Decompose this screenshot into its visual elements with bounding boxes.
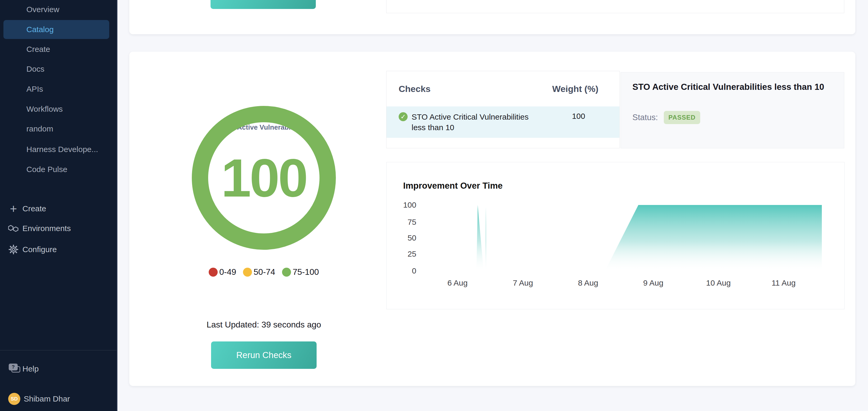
y-axis-tick: 75 xyxy=(387,218,416,227)
sidebar: Overview Catalog Create Docs APIs Workfl… xyxy=(0,0,117,411)
legend-item-high: 75-100 xyxy=(282,267,319,277)
sidebar-item-label: random xyxy=(26,124,53,133)
legend-label: 75-100 xyxy=(292,267,319,277)
sidebar-item-overview[interactable]: Overview xyxy=(0,0,117,19)
hexagons-icon xyxy=(8,223,19,234)
legend-dot-red xyxy=(209,268,218,277)
x-axis-tick: 11 Aug xyxy=(771,278,796,287)
x-axis-tick: 8 Aug xyxy=(578,278,598,287)
x-axis-tick: 6 Aug xyxy=(447,278,468,287)
score-legend: 0-49 50-74 75-100 xyxy=(158,267,369,277)
legend-label: 50-74 xyxy=(253,267,275,277)
sidebar-action-label: Configure xyxy=(23,245,57,254)
sidebar-item-catalog[interactable]: Catalog xyxy=(3,20,109,39)
help-label: Help xyxy=(23,364,39,373)
previous-scorecard-card xyxy=(129,0,855,34)
sidebar-item-harness-developer[interactable]: Harness Develope... xyxy=(0,140,117,159)
sidebar-item-label: Harness Develope... xyxy=(26,145,98,154)
sidebar-action-create[interactable]: + Create xyxy=(0,199,117,218)
sidebar-item-label: APIs xyxy=(26,84,43,94)
checks-table-header: Checks Weight (%) xyxy=(386,71,619,106)
legend-label: 0-49 xyxy=(219,267,236,277)
sidebar-item-docs[interactable]: Docs xyxy=(0,60,117,78)
check-name: STO Active Critical Vulnerabilities less… xyxy=(411,112,535,133)
legend-item-mid: 50-74 xyxy=(243,267,275,277)
plus-icon: + xyxy=(8,203,19,214)
sidebar-item-code-pulse[interactable]: Code Pulse xyxy=(0,160,117,179)
scorecard-card: STO Active Vulnerabilities 100 0-49 50-7… xyxy=(129,52,855,386)
y-axis-tick: 50 xyxy=(387,233,416,242)
sidebar-item-create[interactable]: Create xyxy=(0,40,117,59)
rerun-checks-button[interactable]: Rerun Checks xyxy=(211,341,317,369)
score-gauge: 100 xyxy=(192,106,336,250)
previous-rerun-checks-button[interactable] xyxy=(211,0,316,9)
gear-icon xyxy=(8,244,19,255)
score-value: 100 xyxy=(221,147,307,209)
status-row: Status: PASSED xyxy=(632,111,700,124)
table-row[interactable]: ✓ STO Active Critical Vulnerabilities le… xyxy=(386,106,619,138)
y-axis-tick: 0 xyxy=(387,266,416,275)
improvement-chart-panel: Improvement Over Time 100 75 50 25 0 6 A… xyxy=(386,162,844,309)
check-passed-icon: ✓ xyxy=(399,112,408,121)
x-axis-tick: 7 Aug xyxy=(513,278,533,287)
sidebar-action-label: Create xyxy=(23,204,46,213)
y-axis-tick: 100 xyxy=(387,201,416,209)
sidebar-item-label: Create xyxy=(26,45,50,54)
status-label: Status: xyxy=(632,113,658,122)
checks-column-header: Checks xyxy=(399,84,431,94)
sidebar-divider xyxy=(0,350,117,350)
legend-dot-green xyxy=(282,268,291,277)
sidebar-item-label: Overview xyxy=(26,5,59,14)
user-menu[interactable]: SD Shibam Dhar xyxy=(0,389,117,408)
sidebar-item-apis[interactable]: APIs xyxy=(0,79,117,99)
x-axis-tick: 9 Aug xyxy=(643,278,663,287)
user-name: Shibam Dhar xyxy=(24,395,70,403)
sidebar-action-configure[interactable]: Configure xyxy=(0,240,117,259)
sidebar-action-label: Environments xyxy=(23,224,71,233)
avatar: SD xyxy=(8,393,20,405)
checks-table: Checks Weight (%) ✓ STO Active Critical … xyxy=(386,71,620,148)
sidebar-item-label: Code Pulse xyxy=(26,165,67,174)
check-detail-title: STO Active Critical Vulnerabilities less… xyxy=(632,82,838,92)
legend-dot-yellow xyxy=(243,268,252,277)
sidebar-help[interactable]: ? Help xyxy=(0,359,117,378)
sidebar-item-label: Workflows xyxy=(26,105,63,113)
check-weight: 100 xyxy=(572,112,619,121)
area-series xyxy=(476,205,822,271)
legend-item-low: 0-49 xyxy=(209,267,236,277)
sidebar-action-environments[interactable]: Environments xyxy=(0,219,117,238)
last-updated-text: Last Updated: 39 seconds ago xyxy=(158,320,369,330)
sidebar-item-label: Catalog xyxy=(26,25,54,34)
help-chat-icon: ? xyxy=(9,364,20,374)
chart-title: Improvement Over Time xyxy=(403,181,503,191)
x-axis-tick: 10 Aug xyxy=(706,278,731,287)
y-axis-tick: 25 xyxy=(387,249,416,259)
status-badge: PASSED xyxy=(664,111,701,124)
weight-column-header: Weight (%) xyxy=(552,84,598,94)
previous-checks-table-bottom xyxy=(386,0,844,13)
area-chart xyxy=(425,205,826,271)
sidebar-item-random[interactable]: random xyxy=(0,119,117,138)
check-detail-panel: STO Active Critical Vulnerabilities less… xyxy=(621,72,844,148)
sidebar-item-workflows[interactable]: Workflows xyxy=(0,100,117,118)
sidebar-item-label: Docs xyxy=(26,65,44,73)
